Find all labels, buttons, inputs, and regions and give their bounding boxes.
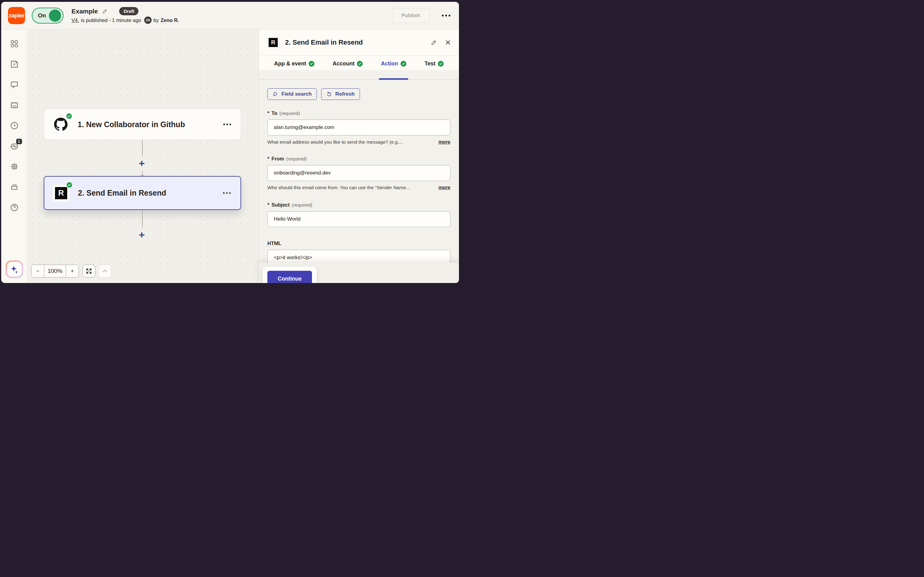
step-options-icon[interactable] xyxy=(222,122,233,127)
ai-assistant-button[interactable] xyxy=(5,260,23,278)
toggle-label: On xyxy=(38,12,46,19)
to-field-input[interactable] xyxy=(267,119,451,135)
step-card-2[interactable]: R 2. Send Email in Resend xyxy=(44,176,241,210)
sidebar-item-zap-history[interactable] xyxy=(10,60,19,69)
sidebar-item-notes[interactable] xyxy=(10,80,19,89)
continue-button[interactable]: Continue xyxy=(267,271,312,283)
add-step-end-button[interactable]: + xyxy=(139,229,145,240)
to-field-more-link[interactable]: more xyxy=(438,139,451,145)
action-form: Field search Refresh * To (required) xyxy=(259,80,459,283)
to-field-label: * To (required) xyxy=(267,110,451,116)
zoom-in-button[interactable]: + xyxy=(66,265,79,277)
from-field-input[interactable] xyxy=(267,165,451,181)
tab-app-event[interactable]: App & event xyxy=(274,61,314,67)
sidebar-item-help[interactable] xyxy=(10,203,19,212)
overflow-menu-icon[interactable] xyxy=(440,13,452,18)
top-bar: zapier On Example Draft V4. is published… xyxy=(1,2,459,29)
apps-grid-icon xyxy=(10,39,19,48)
github-app-tile xyxy=(52,116,70,133)
panel-header: R 2. Send Email in Resend xyxy=(259,29,459,56)
close-panel-icon[interactable] xyxy=(445,39,451,45)
zap-title: Example xyxy=(71,8,98,15)
search-icon xyxy=(272,91,278,97)
resend-icon: R xyxy=(269,38,278,47)
from-field-label: * From (required) xyxy=(267,156,451,162)
sidebar-item-activity[interactable]: 1 xyxy=(10,142,19,151)
sidebar-item-schedule[interactable] xyxy=(10,100,19,110)
sidebar-item-settings[interactable] xyxy=(10,162,19,171)
from-field-more-link[interactable]: more xyxy=(438,185,451,190)
help-circle-icon xyxy=(10,203,19,212)
zapier-logo[interactable]: zapier xyxy=(8,7,25,24)
app-window: zapier On Example Draft V4. is published… xyxy=(1,2,459,283)
draft-status-badge: Draft xyxy=(119,7,138,15)
author-name: Zeno R. xyxy=(160,18,179,23)
version-row: V4. is published - 1 minute ago ZR by Ze… xyxy=(71,16,179,24)
continue-card: Continue xyxy=(262,266,317,283)
panel-footer: Continue xyxy=(259,263,459,283)
from-field-help: Who should this email come from. You can… xyxy=(267,185,433,190)
chat-bubble-icon xyxy=(10,80,19,89)
zoom-out-button[interactable]: − xyxy=(31,265,44,277)
refresh-button[interactable]: Refresh xyxy=(321,88,360,100)
gear-icon xyxy=(10,162,19,171)
zoom-level: 100% xyxy=(44,265,66,277)
version-link[interactable]: V4. xyxy=(71,18,79,23)
avatar: ZR xyxy=(144,16,151,24)
resend-app-tile: R xyxy=(267,36,280,49)
workflow-canvas[interactable]: + 1. New Collaborator in Github xyxy=(27,29,259,283)
by-label: by xyxy=(153,18,159,23)
edit-title-pencil-icon[interactable] xyxy=(102,8,108,14)
expand-arrows-icon xyxy=(85,268,92,274)
resend-icon: R xyxy=(55,187,67,199)
calendar-icon xyxy=(10,100,19,110)
tab-account[interactable]: Account xyxy=(332,61,363,67)
rename-step-pencil-icon[interactable] xyxy=(431,39,437,45)
sidebar-item-apps[interactable] xyxy=(10,39,19,48)
subject-field-label: * Subject (required) xyxy=(267,202,451,208)
activity-count-badge: 1 xyxy=(16,139,22,144)
fit-to-view-button[interactable] xyxy=(82,265,95,277)
field-search-button[interactable]: Field search xyxy=(267,88,317,100)
zap-title-block: Example Draft V4. is published - 1 minut… xyxy=(71,7,179,24)
step-complete-check-icon xyxy=(66,182,73,188)
tab-complete-check-icon xyxy=(438,61,444,67)
left-sidebar: 1 xyxy=(1,29,27,283)
step-complete-check-icon xyxy=(66,113,72,119)
zap-document-icon xyxy=(10,60,19,69)
connector-line xyxy=(142,210,143,227)
html-field-label: HTML xyxy=(267,240,451,246)
collapse-toolbar-button[interactable] xyxy=(98,265,111,277)
to-field-help: What email address would you like to sen… xyxy=(267,139,433,145)
toggle-knob xyxy=(49,10,61,22)
panel-title: 2. Send Email in Resend xyxy=(285,39,363,47)
step-card-1[interactable]: 1. New Collaborator in Github xyxy=(44,109,241,140)
step-settings-panel: R 2. Send Email in Resend xyxy=(259,29,459,283)
add-step-between-button[interactable]: + xyxy=(139,158,145,168)
refresh-icon xyxy=(326,91,332,97)
tab-complete-check-icon xyxy=(309,61,314,67)
tab-action[interactable]: Action xyxy=(381,61,406,67)
history-clock-icon xyxy=(10,121,19,130)
tray-stack-icon xyxy=(10,182,19,192)
published-text: is published - 1 minute ago xyxy=(81,18,141,23)
sidebar-item-history[interactable] xyxy=(10,121,19,130)
github-icon xyxy=(54,118,68,131)
sparkle-icon xyxy=(10,265,19,274)
sidebar-item-manage-zaps[interactable] xyxy=(10,182,19,192)
publish-button[interactable]: Publish xyxy=(392,8,430,23)
step-title: 2. Send Email in Resend xyxy=(78,189,166,197)
tab-test[interactable]: Test xyxy=(424,61,444,67)
step-title: 1. New Collaborator in Github xyxy=(77,120,185,129)
canvas-zoom-toolbar: − 100% + xyxy=(31,265,111,277)
connector-line xyxy=(142,140,143,156)
tab-complete-check-icon xyxy=(401,61,406,67)
tab-complete-check-icon xyxy=(357,61,363,67)
chevron-up-icon xyxy=(102,268,108,274)
zap-on-toggle[interactable]: On xyxy=(32,8,64,24)
resend-app-tile: R xyxy=(52,184,70,202)
panel-tabs: App & event Account Action xyxy=(259,56,459,80)
subject-field-input[interactable] xyxy=(267,211,451,227)
step-options-icon[interactable] xyxy=(221,190,233,196)
